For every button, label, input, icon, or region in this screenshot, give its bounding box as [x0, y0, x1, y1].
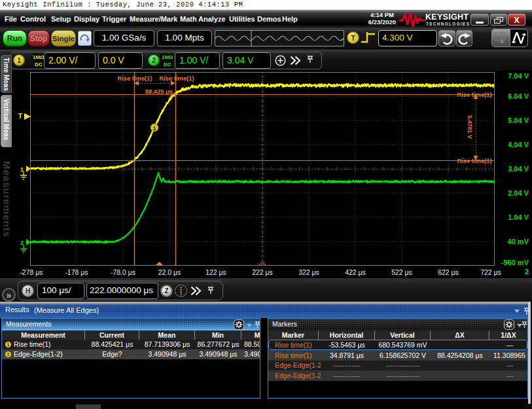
svg-text:Rise time(1): Rise time(1)	[159, 75, 194, 82]
svg-text:1: 1	[152, 125, 156, 132]
svg-text:Rise time(1): Rise time(1)	[457, 157, 491, 164]
svg-text:Rise time(1): Rise time(1)	[117, 75, 152, 82]
svg-text:2: 2	[20, 240, 24, 246]
svg-text:Rise time(1): Rise time(1)	[457, 91, 491, 98]
svg-text:1: 1	[20, 166, 24, 173]
svg-text:5.4781 V: 5.4781 V	[467, 115, 473, 139]
svg-text:88.425 μs: 88.425 μs	[145, 88, 173, 95]
